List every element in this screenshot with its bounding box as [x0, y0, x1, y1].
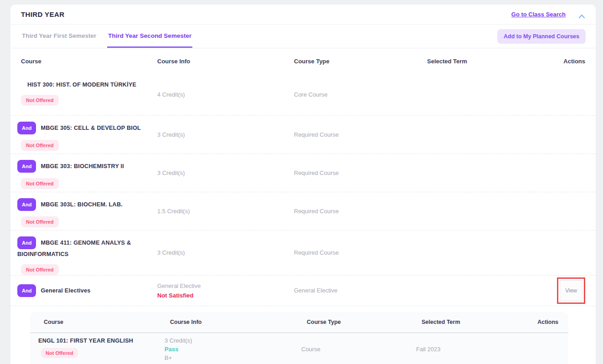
course-info: 1.5 Credit(s): [157, 192, 294, 230]
go-to-class-search-link[interactable]: Go to Class Search: [511, 11, 566, 18]
not-satisfied-status: Not Satisfied: [157, 292, 201, 299]
selected-term: [424, 231, 533, 275]
course-info: 3 Credit(s): [157, 116, 294, 154]
column-header-course: Course: [17, 58, 157, 65]
table-row: AndMBGE 305: CELL & DEVELOP BIOL Not Off…: [10, 116, 596, 154]
and-badge: And: [17, 198, 36, 211]
annotation-highlight-box: View: [557, 277, 585, 304]
column-header-course: Course: [38, 319, 165, 325]
course-credits: 3 Credit(s): [165, 337, 192, 345]
course-info: 3 Credit(s): [157, 231, 294, 275]
course-info: 3 Credit(s): [157, 154, 294, 192]
selected-term: [424, 74, 533, 115]
course-name: MBGE 303L: BIOCHEM. LAB.: [41, 201, 123, 208]
and-badge: And: [17, 160, 36, 173]
course-name: MBGE 303: BIOCHEMISTRY II: [41, 163, 124, 169]
pass-status: Pass: [165, 345, 178, 354]
course-type: Core Course: [294, 74, 424, 115]
not-offered-badge: Not Offered: [21, 95, 59, 106]
table-row: AndGeneral Electives General Elective No…: [10, 276, 596, 306]
chevron-up-icon[interactable]: [578, 12, 585, 17]
column-header-selected-term: Selected Term: [416, 319, 526, 325]
panel-header: THIRD YEAR Go to Class Search: [10, 5, 596, 25]
course-name: ENGL 101: FIRST YEAR ENGLISH: [38, 337, 133, 344]
course-name: HIST 300: HIST. OF MODERN TÜRKİYE: [27, 82, 136, 88]
table-row: AndMBGE 303L: BIOCHEM. LAB. Not Offered …: [10, 192, 596, 231]
column-header-course-info: Course Info: [165, 319, 301, 325]
tab-third-year-second-semester[interactable]: Third Year Second Semester: [107, 25, 192, 48]
tab-third-year-first-semester[interactable]: Third Year First Semester: [21, 25, 97, 48]
table-row: AndMBGE 303: BIOCHEMISTRY II Not Offered…: [10, 154, 596, 192]
row-actions: [533, 231, 585, 275]
panel-header-actions: Go to Class Search: [511, 11, 585, 18]
course-type: Course: [301, 337, 416, 362]
selected-term: Fall 2023: [416, 337, 526, 362]
row-actions: [533, 116, 585, 154]
course-type: Required Course: [294, 116, 424, 154]
course-type: Required Course: [294, 192, 424, 230]
selected-term: [424, 154, 533, 192]
column-header-course-type: Course Type: [301, 319, 416, 325]
row-actions: [533, 154, 585, 192]
general-electives-subtable: Course Course Info Course Type Selected …: [30, 312, 568, 364]
and-badge: And: [17, 236, 36, 249]
not-offered-badge: Not Offered: [21, 178, 59, 189]
not-offered-badge: Not Offered: [21, 140, 59, 151]
table-header-row: Course Course Info Course Type Selected …: [10, 48, 596, 74]
selected-term: [424, 116, 533, 154]
course-type: General Elective: [294, 276, 424, 306]
row-actions: View: [533, 276, 585, 306]
page-title: THIRD YEAR: [21, 10, 64, 18]
column-header-course-type: Course Type: [294, 58, 424, 65]
selected-term: [424, 192, 533, 230]
add-to-planned-courses-button[interactable]: Add to My Planned Courses: [497, 29, 586, 44]
row-actions: [533, 74, 585, 115]
not-offered-badge: Not Offered: [21, 264, 59, 275]
semester-tabbar: Third Year First Semester Third Year Sec…: [10, 25, 596, 48]
view-button[interactable]: View: [560, 280, 582, 301]
course-grade: B+: [165, 354, 172, 362]
third-year-panel: THIRD YEAR Go to Class Search Third Year…: [10, 5, 596, 364]
course-info: General Elective: [157, 282, 201, 289]
course-info: 4 Credit(s): [157, 74, 294, 115]
subtable-header-row: Course Course Info Course Type Selected …: [30, 312, 568, 333]
table-row: HIST 300: HIST. OF MODERN TÜRKİYE Not Of…: [10, 74, 596, 116]
column-header-actions: Actions: [533, 58, 585, 65]
column-header-actions: Actions: [526, 319, 560, 325]
row-actions: [526, 337, 560, 362]
not-offered-badge: Not Offered: [21, 216, 59, 227]
and-badge: And: [17, 284, 36, 297]
and-badge: And: [17, 122, 36, 134]
selected-term: [424, 276, 533, 306]
table-row: AndMBGE 411: GENOME ANALYS & BIOINFORMAT…: [10, 231, 596, 276]
course-type: Required Course: [294, 231, 424, 275]
column-header-course-info: Course Info: [157, 58, 294, 65]
column-header-selected-term: Selected Term: [424, 58, 533, 65]
course-name: General Electives: [41, 287, 90, 294]
not-offered-badge: Not Offered: [41, 348, 78, 358]
row-actions: [533, 192, 585, 230]
course-name: MBGE 305: CELL & DEVELOP BIOL: [41, 125, 141, 131]
subtable-row: ENGL 101: FIRST YEAR ENGLISH Not Offered…: [30, 333, 568, 364]
course-type: Required Course: [294, 154, 424, 192]
